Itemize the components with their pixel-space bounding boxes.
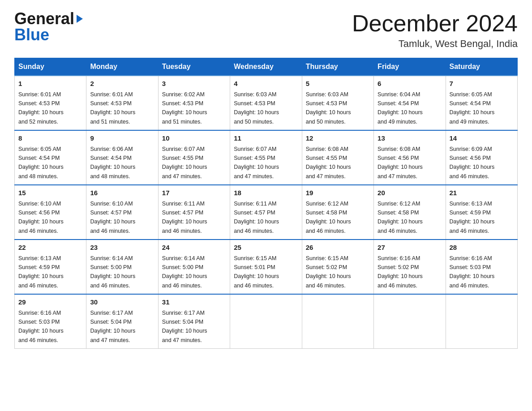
calendar-day-cell: 31 Sunrise: 6:17 AMSunset: 5:04 PMDaylig… bbox=[158, 294, 230, 349]
day-info: Sunrise: 6:12 AMSunset: 4:58 PMDaylight:… bbox=[378, 201, 423, 234]
day-number: 24 bbox=[162, 243, 226, 253]
calendar-day-cell bbox=[302, 294, 373, 349]
day-info: Sunrise: 6:16 AMSunset: 5:03 PMDaylight:… bbox=[18, 310, 64, 343]
calendar-day-cell: 10 Sunrise: 6:07 AMSunset: 4:55 PMDaylig… bbox=[158, 130, 230, 185]
location-title: Tamluk, West Bengal, India bbox=[352, 38, 518, 50]
calendar-day-cell: 15 Sunrise: 6:10 AMSunset: 4:56 PMDaylig… bbox=[15, 185, 86, 240]
day-info: Sunrise: 6:17 AMSunset: 5:04 PMDaylight:… bbox=[162, 310, 207, 343]
calendar-day-cell: 19 Sunrise: 6:12 AMSunset: 4:58 PMDaylig… bbox=[302, 185, 373, 240]
header-monday: Monday bbox=[86, 58, 158, 76]
calendar-day-cell: 6 Sunrise: 6:04 AMSunset: 4:54 PMDayligh… bbox=[374, 76, 446, 130]
day-number: 28 bbox=[450, 243, 514, 253]
calendar-day-cell: 27 Sunrise: 6:16 AMSunset: 5:02 PMDaylig… bbox=[374, 240, 446, 294]
calendar-day-cell: 16 Sunrise: 6:10 AMSunset: 4:57 PMDaylig… bbox=[86, 185, 158, 240]
calendar-week-1: 1 Sunrise: 6:01 AMSunset: 4:53 PMDayligh… bbox=[15, 76, 518, 130]
calendar-day-cell: 17 Sunrise: 6:11 AMSunset: 4:57 PMDaylig… bbox=[158, 185, 230, 240]
calendar-day-cell: 28 Sunrise: 6:16 AMSunset: 5:03 PMDaylig… bbox=[446, 240, 517, 294]
day-number: 20 bbox=[378, 188, 442, 198]
header-right: December 2024 Tamluk, West Bengal, India bbox=[352, 11, 518, 50]
calendar-day-cell: 18 Sunrise: 6:11 AMSunset: 4:57 PMDaylig… bbox=[230, 185, 302, 240]
day-info: Sunrise: 6:05 AMSunset: 4:54 PMDaylight:… bbox=[450, 91, 495, 125]
day-info: Sunrise: 6:07 AMSunset: 4:55 PMDaylight:… bbox=[162, 146, 207, 180]
day-info: Sunrise: 6:16 AMSunset: 5:03 PMDaylight:… bbox=[450, 255, 495, 289]
day-info: Sunrise: 6:03 AMSunset: 4:53 PMDaylight:… bbox=[234, 91, 279, 125]
calendar-day-cell: 24 Sunrise: 6:14 AMSunset: 5:00 PMDaylig… bbox=[158, 240, 230, 294]
calendar-day-cell: 3 Sunrise: 6:02 AMSunset: 4:53 PMDayligh… bbox=[158, 76, 230, 130]
logo-arrow-icon bbox=[75, 14, 85, 24]
calendar-day-cell: 8 Sunrise: 6:05 AMSunset: 4:54 PMDayligh… bbox=[15, 130, 86, 185]
calendar-day-cell: 1 Sunrise: 6:01 AMSunset: 4:53 PMDayligh… bbox=[15, 76, 86, 130]
calendar-week-4: 22 Sunrise: 6:13 AMSunset: 4:59 PMDaylig… bbox=[15, 240, 518, 294]
day-number: 10 bbox=[162, 133, 226, 144]
day-info: Sunrise: 6:17 AMSunset: 5:04 PMDaylight:… bbox=[90, 310, 135, 343]
day-number: 11 bbox=[234, 133, 298, 144]
calendar-day-cell: 25 Sunrise: 6:15 AMSunset: 5:01 PMDaylig… bbox=[230, 240, 302, 294]
day-info: Sunrise: 6:11 AMSunset: 4:57 PMDaylight:… bbox=[234, 201, 279, 234]
day-number: 22 bbox=[18, 243, 82, 253]
calendar-day-cell: 20 Sunrise: 6:12 AMSunset: 4:58 PMDaylig… bbox=[374, 185, 446, 240]
day-number: 9 bbox=[90, 133, 154, 144]
logo: General Blue bbox=[14, 11, 85, 43]
calendar-day-cell: 11 Sunrise: 6:07 AMSunset: 4:55 PMDaylig… bbox=[230, 130, 302, 185]
day-number: 31 bbox=[162, 297, 226, 308]
calendar-day-cell: 5 Sunrise: 6:03 AMSunset: 4:53 PMDayligh… bbox=[302, 76, 373, 130]
calendar-table: SundayMondayTuesdayWednesdayThursdayFrid… bbox=[14, 58, 518, 349]
day-info: Sunrise: 6:15 AMSunset: 5:01 PMDaylight:… bbox=[234, 255, 279, 289]
day-info: Sunrise: 6:02 AMSunset: 4:53 PMDaylight:… bbox=[162, 91, 207, 125]
day-info: Sunrise: 6:14 AMSunset: 5:00 PMDaylight:… bbox=[90, 255, 135, 289]
header-thursday: Thursday bbox=[302, 58, 373, 76]
day-info: Sunrise: 6:08 AMSunset: 4:56 PMDaylight:… bbox=[378, 146, 423, 180]
day-number: 19 bbox=[306, 188, 370, 198]
calendar-day-cell: 23 Sunrise: 6:14 AMSunset: 5:00 PMDaylig… bbox=[86, 240, 158, 294]
day-number: 6 bbox=[378, 79, 442, 89]
day-number: 29 bbox=[18, 297, 82, 308]
day-info: Sunrise: 6:05 AMSunset: 4:54 PMDaylight:… bbox=[18, 146, 64, 180]
day-number: 3 bbox=[162, 79, 226, 89]
day-info: Sunrise: 6:04 AMSunset: 4:54 PMDaylight:… bbox=[378, 91, 423, 125]
calendar-week-2: 8 Sunrise: 6:05 AMSunset: 4:54 PMDayligh… bbox=[15, 130, 518, 185]
calendar-day-cell: 29 Sunrise: 6:16 AMSunset: 5:03 PMDaylig… bbox=[15, 294, 86, 349]
calendar-day-cell: 4 Sunrise: 6:03 AMSunset: 4:53 PMDayligh… bbox=[230, 76, 302, 130]
logo-general: General bbox=[14, 11, 74, 27]
calendar-day-cell: 12 Sunrise: 6:08 AMSunset: 4:55 PMDaylig… bbox=[302, 130, 373, 185]
header-tuesday: Tuesday bbox=[158, 58, 230, 76]
day-number: 21 bbox=[450, 188, 514, 198]
calendar-day-cell: 26 Sunrise: 6:15 AMSunset: 5:02 PMDaylig… bbox=[302, 240, 373, 294]
day-number: 27 bbox=[378, 243, 442, 253]
day-number: 2 bbox=[90, 79, 154, 89]
calendar-day-cell bbox=[446, 294, 517, 349]
calendar-day-cell: 2 Sunrise: 6:01 AMSunset: 4:53 PMDayligh… bbox=[86, 76, 158, 130]
header-saturday: Saturday bbox=[446, 58, 517, 76]
calendar-day-cell: 7 Sunrise: 6:05 AMSunset: 4:54 PMDayligh… bbox=[446, 76, 517, 130]
day-info: Sunrise: 6:08 AMSunset: 4:55 PMDaylight:… bbox=[306, 146, 351, 180]
day-number: 18 bbox=[234, 188, 298, 198]
day-number: 15 bbox=[18, 188, 82, 198]
calendar-day-cell: 14 Sunrise: 6:09 AMSunset: 4:56 PMDaylig… bbox=[446, 130, 517, 185]
day-number: 8 bbox=[18, 133, 82, 144]
day-info: Sunrise: 6:11 AMSunset: 4:57 PMDaylight:… bbox=[162, 201, 207, 234]
day-info: Sunrise: 6:16 AMSunset: 5:02 PMDaylight:… bbox=[378, 255, 423, 289]
day-number: 1 bbox=[18, 79, 82, 89]
day-info: Sunrise: 6:01 AMSunset: 4:53 PMDaylight:… bbox=[18, 91, 64, 125]
day-number: 17 bbox=[162, 188, 226, 198]
day-number: 13 bbox=[378, 133, 442, 144]
day-info: Sunrise: 6:15 AMSunset: 5:02 PMDaylight:… bbox=[306, 255, 351, 289]
day-number: 30 bbox=[90, 297, 154, 308]
day-info: Sunrise: 6:10 AMSunset: 4:57 PMDaylight:… bbox=[90, 201, 135, 234]
header-wednesday: Wednesday bbox=[230, 58, 302, 76]
day-info: Sunrise: 6:13 AMSunset: 4:59 PMDaylight:… bbox=[450, 201, 495, 234]
calendar-week-5: 29 Sunrise: 6:16 AMSunset: 5:03 PMDaylig… bbox=[15, 294, 518, 349]
calendar-day-cell: 21 Sunrise: 6:13 AMSunset: 4:59 PMDaylig… bbox=[446, 185, 517, 240]
calendar-day-cell bbox=[230, 294, 302, 349]
day-info: Sunrise: 6:06 AMSunset: 4:54 PMDaylight:… bbox=[90, 146, 135, 180]
calendar-day-cell: 30 Sunrise: 6:17 AMSunset: 5:04 PMDaylig… bbox=[86, 294, 158, 349]
logo-blue: Blue bbox=[14, 27, 49, 43]
day-number: 4 bbox=[234, 79, 298, 89]
day-number: 23 bbox=[90, 243, 154, 253]
day-number: 26 bbox=[306, 243, 370, 253]
month-title: December 2024 bbox=[352, 11, 518, 36]
day-info: Sunrise: 6:12 AMSunset: 4:58 PMDaylight:… bbox=[306, 201, 351, 234]
header-friday: Friday bbox=[374, 58, 446, 76]
calendar-week-3: 15 Sunrise: 6:10 AMSunset: 4:56 PMDaylig… bbox=[15, 185, 518, 240]
day-info: Sunrise: 6:13 AMSunset: 4:59 PMDaylight:… bbox=[18, 255, 64, 289]
